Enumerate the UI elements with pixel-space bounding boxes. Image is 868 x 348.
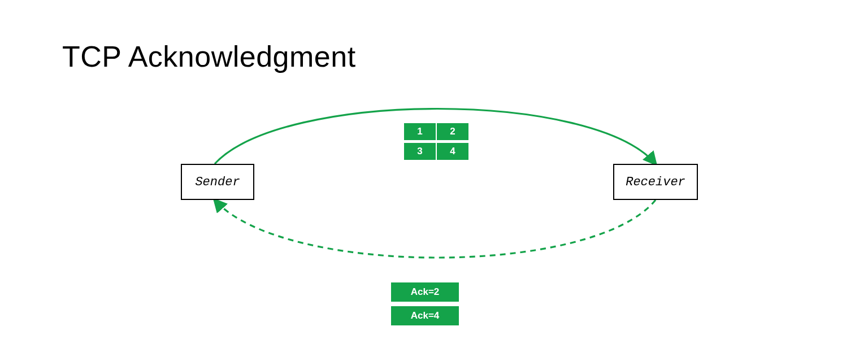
packet-row-1: 1 2 [404, 123, 468, 140]
packet-cell: 4 [437, 143, 468, 160]
sender-label: Sender [195, 175, 240, 189]
packet-cell: 3 [404, 143, 436, 160]
packet-cell: 2 [437, 123, 468, 140]
ack-group: Ack=2 Ack=4 [391, 282, 459, 325]
receiver-node: Receiver [613, 164, 698, 200]
packet-cell: 1 [404, 123, 436, 140]
back-arrow [215, 200, 656, 258]
sender-node: Sender [181, 164, 254, 200]
packet-row-2: 3 4 [404, 143, 468, 160]
receiver-label: Receiver [626, 175, 685, 189]
diagram-title: TCP Acknowledgment [62, 40, 356, 73]
ack-cell: Ack=4 [391, 306, 459, 325]
ack-cell: Ack=2 [391, 282, 459, 302]
packet-group: 1 2 3 4 [404, 123, 468, 160]
